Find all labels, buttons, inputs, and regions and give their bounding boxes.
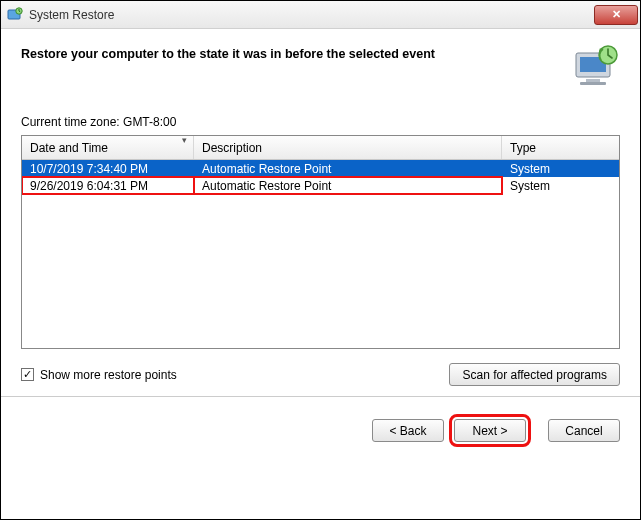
column-datetime-label: Date and Time — [30, 141, 108, 155]
show-more-checkbox[interactable]: ✓ — [21, 368, 34, 381]
table-header: Date and Time ▾ Description Type — [22, 136, 619, 160]
table-body: 10/7/2019 7:34:40 PMAutomatic Restore Po… — [22, 160, 619, 194]
title-bar: System Restore ✕ — [1, 1, 640, 29]
close-icon: ✕ — [612, 8, 621, 21]
cancel-button[interactable]: Cancel — [548, 419, 620, 442]
restore-icon — [570, 45, 620, 89]
cell-datetime: 10/7/2019 7:34:40 PM — [22, 160, 194, 177]
page-heading: Restore your computer to the state it wa… — [21, 45, 558, 61]
timezone-label: Current time zone: GMT-8:00 — [21, 115, 620, 129]
table-row[interactable]: 10/7/2019 7:34:40 PMAutomatic Restore Po… — [22, 160, 619, 177]
column-description-label: Description — [202, 141, 262, 155]
wizard-buttons: < Back Next > Cancel — [1, 419, 640, 456]
svg-rect-5 — [580, 82, 606, 85]
restore-points-table: Date and Time ▾ Description Type 10/7/20… — [21, 135, 620, 349]
close-button[interactable]: ✕ — [594, 5, 638, 25]
check-icon: ✓ — [23, 369, 32, 380]
column-type[interactable]: Type — [502, 136, 619, 159]
column-type-label: Type — [510, 141, 536, 155]
cell-type: System — [502, 177, 619, 194]
divider — [1, 396, 640, 397]
svg-rect-4 — [586, 79, 600, 82]
scan-programs-button[interactable]: Scan for affected programs — [449, 363, 620, 386]
sort-indicator-icon: ▾ — [182, 135, 187, 145]
table-row[interactable]: 9/26/2019 6:04:31 PMAutomatic Restore Po… — [22, 177, 619, 194]
back-button[interactable]: < Back — [372, 419, 444, 442]
cell-description: Automatic Restore Point — [194, 177, 502, 194]
show-more-label: Show more restore points — [40, 368, 177, 382]
cell-type: System — [502, 160, 619, 177]
column-description[interactable]: Description — [194, 136, 502, 159]
column-datetime[interactable]: Date and Time ▾ — [22, 136, 194, 159]
cell-description: Automatic Restore Point — [194, 160, 502, 177]
app-icon — [7, 7, 23, 23]
cell-datetime: 9/26/2019 6:04:31 PM — [22, 177, 194, 194]
next-button[interactable]: Next > — [454, 419, 526, 442]
window-title: System Restore — [29, 8, 594, 22]
